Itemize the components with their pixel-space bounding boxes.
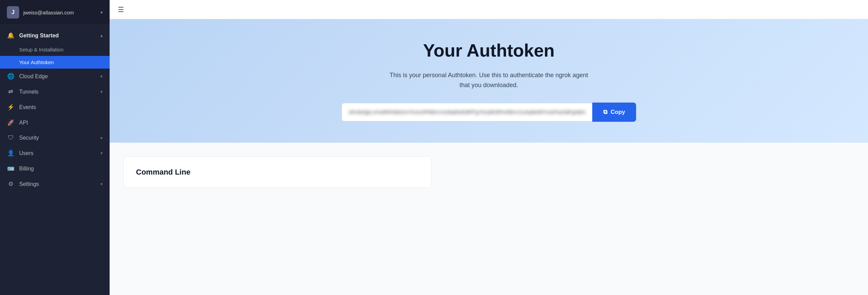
nav-item-left: 🔔 Getting Started [7,32,59,39]
sidebar-header[interactable]: J jweiss@atlassian.com ▾ [0,0,110,25]
sidebar-item-settings[interactable]: ⚙ Settings ▾ [0,176,110,192]
token-display: 2Kn8xQpLmVwRtFdAbCeYhJoUiPlNbVcXzMqWsEdR… [342,103,592,121]
hero-section: Your Authtoken This is your personal Aut… [110,19,868,143]
content-section: Command Line [110,143,868,295]
sidebar-item-cloud-edge[interactable]: 🌐 Cloud Edge ▾ [0,69,110,84]
chevron-down-icon: ▾ [100,10,103,15]
avatar: J [7,6,19,19]
sidebar-item-getting-started[interactable]: 🔔 Getting Started ▴ [0,28,110,43]
chevron-down-icon: ▾ [100,135,103,141]
globe-icon: 🌐 [7,73,14,80]
api-label: API [19,120,28,126]
sidebar-item-setup-installation[interactable]: Setup & Installation [0,43,110,56]
users-label: Users [19,150,34,156]
copy-label: Copy [611,109,625,116]
chevron-down-icon: ▾ [100,151,103,156]
security-label: Security [19,135,39,141]
token-row: 2Kn8xQpLmVwRtFdAbCeYhJoUiPlNbVcXzMqWsEdR… [342,103,636,122]
nav-item-left: ⚙ Settings [7,180,39,188]
events-label: Events [19,104,36,110]
nav-item-left: 🌐 Cloud Edge [7,73,48,80]
sidebar-item-api[interactable]: 🚀 API [0,115,110,130]
api-icon: 🚀 [7,119,14,126]
sidebar-item-security[interactable]: 🛡 Security ▾ [0,130,110,145]
getting-started-label: Getting Started [19,33,59,39]
sidebar-item-users[interactable]: 👤 Users ▾ [0,145,110,161]
bell-icon: 🔔 [7,32,14,39]
hero-subtitle: This is your personal Authtoken. Use thi… [386,70,592,90]
command-line-card: Command Line [123,156,432,188]
sidebar-item-your-authtoken[interactable]: Your Authtoken [0,56,110,69]
sidebar-item-tunnels[interactable]: ⇄ Tunnels ▾ [0,84,110,99]
tunnels-label: Tunnels [19,89,38,95]
cloud-edge-label: Cloud Edge [19,73,48,80]
chevron-down-icon: ▾ [100,74,103,79]
sidebar-header-left: J jweiss@atlassian.com [7,6,74,19]
users-icon: 👤 [7,150,14,157]
nav-item-left: 🚀 API [7,119,28,126]
tunnels-icon: ⇄ [7,88,14,95]
shield-icon: 🛡 [7,134,14,141]
sidebar-item-billing[interactable]: 🪪 Billing [0,161,110,176]
chevron-up-icon: ▴ [100,33,103,38]
command-line-title: Command Line [136,168,419,177]
sidebar: J jweiss@atlassian.com ▾ 🔔 Getting Start… [0,0,110,295]
settings-icon: ⚙ [7,180,14,188]
nav-item-left: ⇄ Tunnels [7,88,38,95]
nav-item-left: 🛡 Security [7,134,39,141]
nav-item-left: 👤 Users [7,150,34,157]
chevron-down-icon: ▾ [100,89,103,94]
token-value: 2Kn8xQpLmVwRtFdAbCeYhJoUiPlNbVcXzMqWsEdR… [349,109,585,115]
copy-button[interactable]: ⧉ Copy [592,103,636,122]
copy-icon: ⧉ [603,109,607,116]
settings-label: Settings [19,181,39,187]
chevron-down-icon: ▾ [100,181,103,187]
nav-item-left: 🪪 Billing [7,165,34,172]
billing-label: Billing [19,166,34,172]
events-icon: ⚡ [7,104,14,111]
nav-item-left: ⚡ Events [7,104,36,111]
page-title: Your Authtoken [423,40,555,61]
menu-toggle-icon[interactable]: ☰ [118,5,124,14]
topbar: ☰ [110,0,868,19]
user-email: jweiss@atlassian.com [23,10,74,15]
nav-section: 🔔 Getting Started ▴ Setup & Installation… [0,25,110,194]
main-content: ☰ Your Authtoken This is your personal A… [110,0,868,295]
sidebar-item-events[interactable]: ⚡ Events [0,99,110,115]
billing-icon: 🪪 [7,165,14,172]
